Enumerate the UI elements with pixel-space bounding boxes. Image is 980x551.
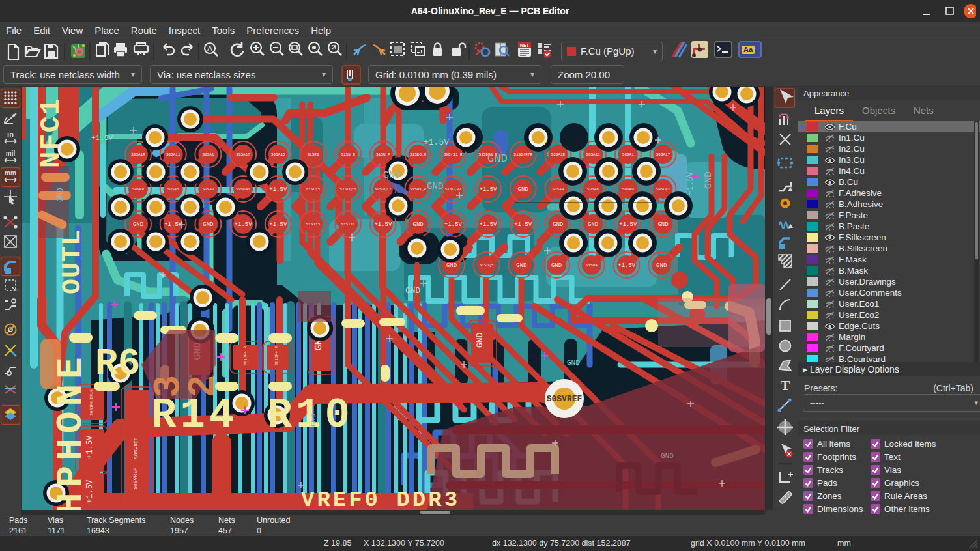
svg-text:S0SA17: S0SA17 [656,152,670,157]
svg-text:S0SA17: S0SA17 [236,152,250,157]
svg-text:GND: GND [657,221,668,228]
svg-text:S9SD41: S9SD41 [656,187,670,191]
svg-text:+1.5V: +1.5V [424,137,449,147]
svg-text:+1.5V: +1.5V [235,221,253,228]
svg-text:GND: GND [133,221,143,228]
svg-text:S0SA1R: S0SA1R [551,152,566,157]
svg-text:GND: GND [516,262,526,269]
svg-text:R6: R6 [95,343,141,385]
svg-text:GND: GND [551,262,562,269]
svg-text:+1.5V: +1.5V [619,221,637,228]
svg-text:S1SI15: S1SI15 [306,222,321,227]
svg-text:HPHONE: HPHONE [50,352,92,510]
svg-text:S0SA8: S0SA8 [552,187,564,191]
svg-text:S0SA11: S0SA11 [166,152,180,157]
svg-text:S0SVREF: S0SVREF [547,394,583,404]
svg-text:S1SDK_R: S1SDK_R [410,187,427,191]
svg-text:S1SD4: S1SD4 [586,263,598,268]
svg-text:+1.5V: +1.5V [514,221,532,228]
svg-text:NFC1: NFC1 [36,97,67,168]
svg-text:θ: θ [12,113,16,119]
svg-text:S1SDQ5: S1SDQ5 [480,263,494,268]
svg-text:+1.5V: +1.5V [618,262,636,269]
svg-text:GND: GND [487,152,508,165]
svg-text:+1.5V: +1.5V [686,171,695,195]
svg-text:+1.5V: +1.5V [269,186,287,193]
svg-text:GND: GND [553,221,563,228]
svg-text:+1.5V: +1.5V [374,221,392,228]
svg-text:S0SVREF: S0SVREF [132,468,138,490]
svg-text:GND: GND [383,170,401,181]
svg-text:S9SD41: S9SD41 [236,187,250,191]
svg-text:GND: GND [475,332,485,348]
svg-text:+1.5V: +1.5V [479,186,497,193]
svg-text:GND: GND [703,171,714,189]
svg-text:GND: GND [203,221,213,228]
svg-text:S1SI11: S1SI11 [341,222,355,227]
svg-text:S1SN_F: S1SN_F [376,152,390,157]
svg-text:S6|DF4.R: S6|DF4.R [243,346,248,365]
svg-text:S0SA1: S0SA1 [622,152,634,157]
svg-text:NET: NET [520,43,530,48]
svg-text:S0SA6: S0SA6 [167,187,179,191]
svg-text:GND: GND [427,181,443,191]
svg-text:S0SVREF: S0SVREF [133,437,139,459]
svg-text:in: in [7,130,14,138]
svg-text:S0SDQ17: S0SDQ17 [375,187,392,191]
svg-text:GND: GND [412,221,423,228]
svg-text:S0SA1R: S0SA1R [131,152,145,157]
svg-text:GND: GND [518,186,528,193]
svg-text:GND: GND [446,262,457,269]
svg-text:+1.5V: +1.5V [91,134,113,142]
svg-text:SND(S1_R: SND(S1_R [444,152,463,157]
svg-text:GND: GND [310,414,317,427]
svg-text:GND: GND [567,359,580,367]
svg-text:mil: mil [6,150,16,157]
svg-text:S0SA8: S0SA8 [132,187,144,191]
svg-text:R14 R10: R14 R10 [151,392,354,439]
svg-text:S1SD(R7R: S1SD(R7R [513,152,532,157]
svg-text:VREF0 DDR3: VREF0 DDR3 [301,488,460,510]
svg-text:S6|DF4.R: S6|DF4.R [274,346,279,365]
svg-text:T: T [781,377,790,393]
svg-text:GND: GND [405,286,421,296]
svg-text:A: A [207,44,212,52]
svg-text:GND: GND [656,262,667,269]
svg-text:GND: GND [56,188,65,202]
svg-text:S1SDQ15: S1SDQ15 [340,187,357,191]
svg-text:S0SA1: S0SA1 [202,152,214,157]
svg-text:OUTL: OUTL [58,229,87,294]
svg-text:S0SA0: S0SA0 [202,187,214,191]
svg-text:S1SD15: S1SD15 [306,187,321,191]
svg-text:S0SA15: S0SA15 [271,152,285,157]
svg-text:GND: GND [661,452,674,460]
svg-text:S1SDQ.N: S1SDQ.N [410,152,427,157]
svg-text:S1SD(R7: S1SD(R7 [445,187,462,191]
svg-text:+1.5V: +1.5V [269,221,287,228]
svg-text:S0SA0: S0SA0 [622,187,634,191]
svg-text:S0SA11: S0SA11 [586,152,600,157]
svg-text:Aa: Aa [743,46,753,53]
svg-text:S1SN_R: S1SN_R [341,152,355,157]
svg-text:S1SR0: S1SR0 [307,152,319,157]
svg-text:+1.5V: +1.5V [444,221,463,228]
svg-text:mm: mm [5,169,16,177]
svg-text:GND: GND [588,221,598,228]
svg-text:+1.5V: +1.5V [479,221,497,228]
svg-text:S0SA6: S0SA6 [587,187,599,191]
